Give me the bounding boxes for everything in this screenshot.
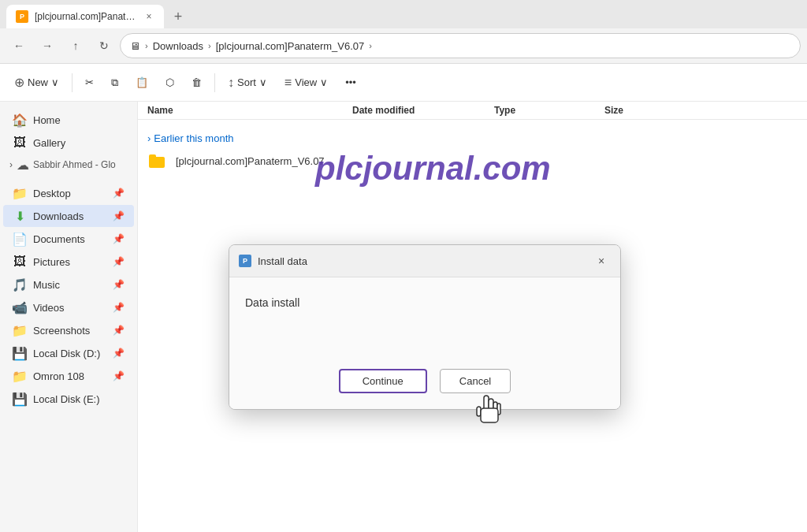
address-part-downloads: Downloads: [153, 40, 203, 52]
dialog-title: Install data: [258, 255, 586, 267]
tab-close-button[interactable]: ×: [143, 9, 154, 24]
dialog-buttons: Continue Cancel: [229, 356, 620, 409]
refresh-button[interactable]: ↻: [91, 33, 117, 58]
nav-bar: ← → ↑ ↻ 🖥 › Downloads › [plcjournal.com]…: [0, 28, 807, 63]
browser-tab[interactable]: P [plcjournal.com]Panaterm_V6.0 ×: [6, 5, 164, 28]
dialog-message: Data install: [245, 296, 604, 309]
tab-title: [plcjournal.com]Panaterm_V6.0: [35, 11, 137, 22]
address-part-folder: [plcjournal.com]Panaterm_V6.07: [216, 40, 365, 52]
dialog-overlay: P Install data × Data install Continue C…: [0, 63, 807, 532]
install-dialog: P Install data × Data install Continue C…: [229, 244, 621, 410]
computer-icon: 🖥: [130, 40, 140, 52]
dialog-close-button[interactable]: ×: [592, 251, 611, 270]
address-chevron: ›: [145, 41, 148, 50]
back-button[interactable]: ←: [6, 33, 32, 58]
up-button[interactable]: ↑: [63, 33, 88, 58]
dialog-titlebar: P Install data ×: [229, 245, 620, 277]
address-sep-2: ›: [369, 41, 372, 50]
svg-rect-5: [481, 408, 498, 422]
dialog-favicon: P: [239, 255, 251, 267]
browser-chrome: P [plcjournal.com]Panaterm_V6.0 × + ← → …: [0, 0, 807, 64]
tab-favicon: P: [16, 10, 28, 23]
continue-button[interactable]: Continue: [339, 369, 427, 393]
tab-bar: P [plcjournal.com]Panaterm_V6.0 × +: [0, 0, 807, 28]
dialog-body: Data install: [229, 277, 620, 356]
address-sep-1: ›: [208, 41, 211, 50]
forward-button[interactable]: →: [35, 33, 60, 58]
cancel-button[interactable]: Cancel: [440, 369, 511, 393]
address-bar[interactable]: 🖥 › Downloads › [plcjournal.com]Panaterm…: [120, 33, 801, 58]
new-tab-button[interactable]: +: [167, 6, 189, 28]
